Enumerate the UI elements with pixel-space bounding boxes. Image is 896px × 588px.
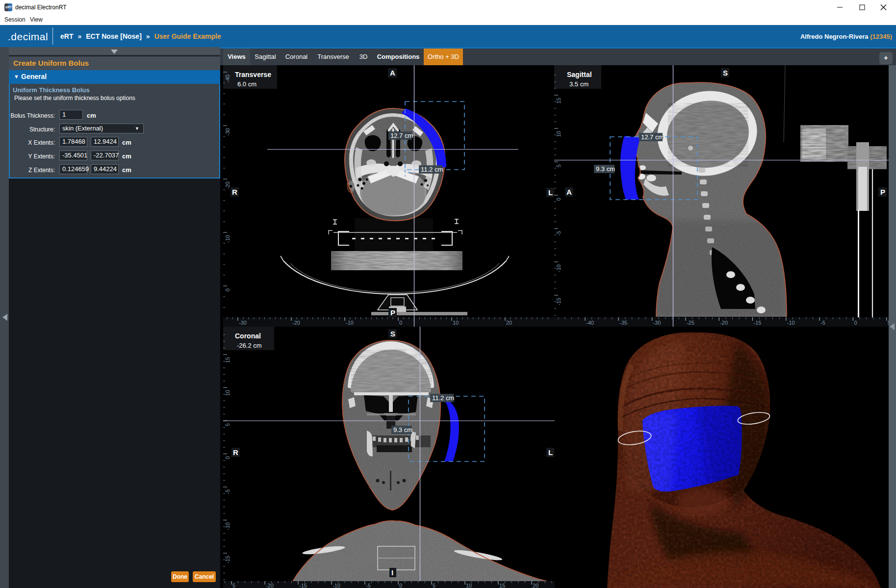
svg-text:P: P [390,308,395,317]
svg-text:-10: -10 [346,320,354,326]
svg-text:5: 5 [433,583,435,588]
svg-text:0: 0 [225,456,230,459]
svg-text:R: R [232,188,237,196]
svg-text:3.5 cm: 3.5 cm [569,80,589,88]
svg-text:-40: -40 [586,320,594,326]
svg-text:A: A [566,188,572,196]
svg-text:12.7 cm: 12.7 cm [641,133,664,141]
svg-text:15: 15 [556,98,562,103]
svg-text:I: I [391,568,393,577]
svg-text:-20: -20 [266,583,274,588]
svg-text:-10: -10 [225,522,230,530]
svg-text:A: A [390,69,395,77]
svg-text:-15: -15 [225,556,230,563]
svg-text:-15: -15 [754,320,762,326]
svg-text:0: 0 [556,198,562,201]
svg-text:10: 10 [466,583,472,588]
svg-text:0: 0 [225,288,230,291]
svg-text:-5: -5 [366,583,371,588]
svg-text:-5: -5 [556,231,562,236]
svg-text:0: 0 [399,583,402,588]
svg-text:-30: -30 [239,320,247,326]
svg-text:11.2 cm: 11.2 cm [432,394,454,402]
svg-text:0: 0 [854,320,857,326]
svg-text:Sagittal: Sagittal [567,71,592,78]
svg-text:10: 10 [225,390,230,396]
svg-text:-10: -10 [787,320,795,326]
svg-text:-26.2 cm: -26.2 cm [237,342,262,349]
svg-text:10: 10 [556,131,562,137]
svg-text:L: L [548,188,553,197]
svg-text:-20: -20 [720,320,728,326]
svg-text:-20: -20 [292,320,300,326]
svg-text:-10: -10 [556,264,562,272]
svg-text:12.7 cm: 12.7 cm [390,132,413,139]
svg-text:15: 15 [225,357,230,363]
svg-text:6.0 cm: 6.0 cm [237,80,256,88]
svg-text:-15: -15 [299,583,307,588]
svg-text:20: 20 [533,583,538,588]
svg-text:-10: -10 [225,235,230,243]
svg-text:5: 5 [232,583,235,588]
svg-text:9.3 cm: 9.3 cm [596,165,615,173]
svg-text:Transverse: Transverse [235,71,271,78]
svg-text:P: P [880,188,885,196]
svg-text:-15: -15 [556,298,562,306]
svg-text:-35: -35 [619,320,627,326]
svg-text:10: 10 [453,320,459,326]
svg-text:20: 20 [506,320,512,326]
svg-text:-25: -25 [687,320,694,326]
svg-text:5: 5 [556,164,562,167]
svg-text:-10: -10 [333,583,340,588]
svg-text:-40: -40 [225,75,230,82]
svg-text:-20: -20 [225,181,230,189]
svg-text:15: 15 [499,583,505,588]
svg-text:0: 0 [399,320,402,326]
svg-text:Coronal: Coronal [235,332,261,340]
svg-text:-30: -30 [653,320,661,326]
svg-text:5: 5 [888,320,889,326]
svg-text:S: S [723,69,728,77]
svg-text:11.2 cm: 11.2 cm [421,166,443,173]
svg-text:-5: -5 [225,489,230,494]
svg-text:S: S [390,330,395,338]
svg-text:9.3 cm: 9.3 cm [393,426,412,434]
svg-text:L: L [548,448,553,457]
svg-text:-5: -5 [820,320,825,326]
svg-text:5: 5 [225,423,230,426]
svg-text:R: R [233,448,238,457]
svg-text:-30: -30 [225,128,230,136]
